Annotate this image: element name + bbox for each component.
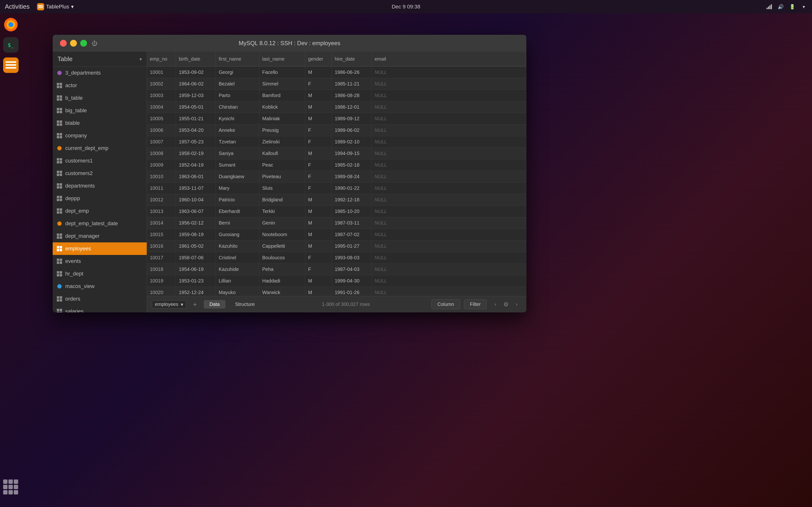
- table-row[interactable]: 100071957-05-23TzvetanZielinskiF1989-02-…: [147, 136, 526, 148]
- cell-gender: F: [305, 264, 332, 275]
- app-indicator[interactable]: TablePlus ▾: [37, 3, 74, 10]
- table-row[interactable]: 100111953-11-07MarySluisF1990-01-22NULL: [147, 182, 526, 194]
- dock-terminal[interactable]: $_: [3, 37, 18, 53]
- sidebar-item-3_departments[interactable]: 3_departments: [53, 67, 147, 79]
- maximize-button[interactable]: [80, 40, 87, 47]
- table-row[interactable]: 100011953-09-02GeorgiFacelloM1986-06-26N…: [147, 67, 526, 78]
- col-emp_no: emp_no: [147, 52, 176, 66]
- filter-button[interactable]: Filter: [464, 299, 487, 309]
- table-row[interactable]: 100091952-04-19SumantPeacF1985-02-18NULL: [147, 159, 526, 171]
- datetime-label: Dec 9 09:38: [392, 4, 420, 10]
- table-row[interactable]: 100041954-05-01ChirstianKoblickM1986-12-…: [147, 101, 526, 113]
- prev-page-button[interactable]: ‹: [491, 300, 500, 309]
- sidebar-item-dept_emp_latest_date[interactable]: dept_emp_latest_date: [53, 217, 147, 230]
- dock-tableplus[interactable]: [3, 57, 18, 73]
- cell-first_name: Lillian: [216, 275, 259, 287]
- col-first_name: first_name: [216, 52, 259, 66]
- cell-hire_date: 1991-01-26: [332, 287, 372, 296]
- table-row[interactable]: 100081958-02-19SaniyaKalloufiM1994-09-15…: [147, 148, 526, 159]
- cell-last_name: Zielinski: [259, 136, 305, 148]
- column-button[interactable]: Column: [432, 299, 460, 309]
- svg-rect-4: [767, 8, 767, 9]
- cell-gender: M: [305, 148, 332, 159]
- sidebar-item-dept_manager[interactable]: dept_manager: [53, 230, 147, 242]
- sidebar-item-employees[interactable]: employees: [53, 242, 147, 255]
- cell-email: NULL: [372, 136, 526, 148]
- settings-icon[interactable]: ⚙: [501, 300, 511, 309]
- sidebar-item-b_table[interactable]: b_table: [53, 92, 147, 104]
- sidebar-item-big_table[interactable]: big_table: [53, 104, 147, 117]
- sidebar-item-hr_dept[interactable]: hr_dept: [53, 268, 147, 280]
- next-page-button[interactable]: ›: [512, 300, 521, 309]
- sidebar-item-orders[interactable]: orders: [53, 293, 147, 305]
- table-row[interactable]: 100031959-12-03PartoBamfordM1986-08-28NU…: [147, 90, 526, 101]
- sidebar-label-hr_dept: hr_dept: [65, 271, 83, 277]
- cell-birth_date: 1954-06-19: [176, 264, 216, 275]
- tab-selector[interactable]: employees ▾: [152, 300, 186, 308]
- dock-firefox[interactable]: [3, 17, 18, 32]
- sidebar-label-customers1: customers1: [65, 158, 93, 164]
- cell-gender: F: [305, 159, 332, 171]
- table-row[interactable]: 100131963-06-07EberhardtTerkkiM1985-10-2…: [147, 206, 526, 217]
- cell-last_name: Genin: [259, 217, 305, 229]
- table-row[interactable]: 100191953-01-23LillianHaddadiM1999-04-30…: [147, 275, 526, 287]
- table-row[interactable]: 100181954-06-19KazuhidePehaF1987-04-03NU…: [147, 264, 526, 275]
- svg-rect-13: [6, 64, 16, 66]
- cell-hire_date: 1987-04-03: [332, 264, 372, 275]
- sidebar-item-customers1[interactable]: customers1: [53, 155, 147, 167]
- table-row[interactable]: 100151959-08-19GuoxiangNooteboomM1987-07…: [147, 229, 526, 240]
- table-row[interactable]: 100121960-10-04PatricioBridglandM1992-12…: [147, 194, 526, 206]
- cell-first_name: Sumant: [216, 159, 259, 171]
- cell-emp_no: 10015: [147, 229, 176, 240]
- cell-first_name: Tzvetan: [216, 136, 259, 148]
- minimize-button[interactable]: [70, 40, 77, 47]
- cell-email: NULL: [372, 125, 526, 136]
- sidebar-icon-salaries: [57, 308, 62, 313]
- close-button[interactable]: [60, 40, 67, 47]
- power-icon[interactable]: ⏻: [92, 40, 98, 47]
- sidebar-item-salaries[interactable]: salaries: [53, 305, 147, 313]
- table-header: emp_no birth_date first_name last_name g…: [147, 52, 526, 67]
- cell-last_name: Sluis: [259, 182, 305, 194]
- table-row[interactable]: 100061953-04-20AnnekePreusigF1989-06-02N…: [147, 125, 526, 136]
- table-row[interactable]: 100201952-12-24MayukoWarwickM1991-01-26N…: [147, 287, 526, 296]
- dock-grid-icon[interactable]: [3, 480, 18, 495]
- cell-last_name: Piveteau: [259, 171, 305, 182]
- cell-birth_date: 1954-05-01: [176, 101, 216, 113]
- sidebar-title: Table: [57, 55, 140, 63]
- sidebar-dropdown-icon[interactable]: ▾: [140, 56, 142, 62]
- sidebar-item-dept_emp[interactable]: dept_emp: [53, 205, 147, 217]
- sidebar-item-deppp[interactable]: deppp: [53, 192, 147, 205]
- cell-birth_date: 1953-04-20: [176, 125, 216, 136]
- cell-gender: M: [305, 217, 332, 229]
- sidebar-item-departments[interactable]: departments: [53, 180, 147, 192]
- sidebar-label-dept_emp: dept_emp: [65, 208, 89, 214]
- tab-data[interactable]: Data: [204, 300, 225, 308]
- cell-birth_date: 1964-06-02: [176, 78, 216, 90]
- sidebar-item-actor[interactable]: actor: [53, 79, 147, 92]
- volume-icon: 🔊: [777, 3, 784, 10]
- sidebar-item-events[interactable]: events: [53, 255, 147, 268]
- table-row[interactable]: 100171958-07-06CristinelBouloucosF1993-0…: [147, 252, 526, 264]
- tab-structure[interactable]: Structure: [230, 300, 260, 308]
- table-row[interactable]: 100161961-05-02KazuhitoCappellettiM1995-…: [147, 240, 526, 252]
- add-tab-button[interactable]: +: [190, 300, 200, 309]
- cell-birth_date: 1960-10-04: [176, 194, 216, 206]
- sidebar-item-company[interactable]: company: [53, 129, 147, 142]
- sidebar-item-macos_view[interactable]: macos_view: [53, 280, 147, 293]
- table-row[interactable]: 100051955-01-21KyoichiMaliniakM1989-09-1…: [147, 113, 526, 125]
- table-row[interactable]: 100101963-06-01DuangkaewPiveteauF1989-08…: [147, 171, 526, 182]
- cell-last_name: Kalloufi: [259, 148, 305, 159]
- sidebar-label-b_table: b_table: [65, 95, 83, 101]
- cell-first_name: Anneke: [216, 125, 259, 136]
- sidebar-item-current_dept_emp[interactable]: current_dept_emp: [53, 142, 147, 155]
- sidebar-icon-dept_emp_latest_date: [57, 221, 62, 226]
- cell-gender: F: [305, 136, 332, 148]
- table-row[interactable]: 100141956-02-12BerniGeninM1987-03-11NULL: [147, 217, 526, 229]
- sidebar-item-btable[interactable]: btable: [53, 117, 147, 129]
- cell-email: NULL: [372, 264, 526, 275]
- app-dropdown-icon[interactable]: ▾: [71, 4, 74, 10]
- activities-label[interactable]: Activities: [5, 3, 30, 10]
- table-row[interactable]: 100021964-06-02BezalelSimmelF1985-11-21N…: [147, 78, 526, 90]
- sidebar-item-customers2[interactable]: customers2: [53, 167, 147, 180]
